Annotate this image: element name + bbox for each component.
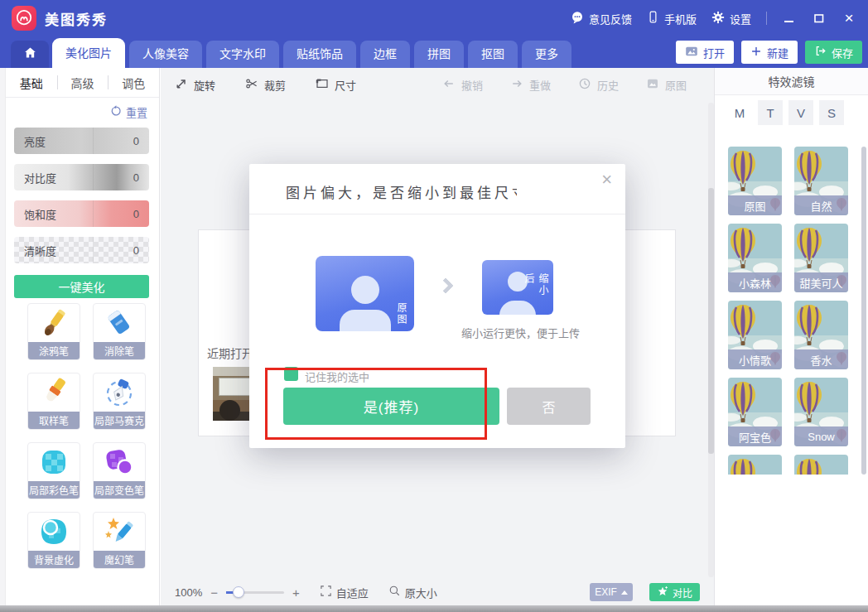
- filter-label: Snow: [794, 426, 848, 446]
- home-tab[interactable]: [11, 41, 49, 68]
- actual-size-button[interactable]: 原大小: [388, 585, 437, 600]
- titlebar-divider: [766, 12, 767, 25]
- maximize-button[interactable]: [812, 11, 827, 26]
- tool-局部马赛克[interactable]: 局部马赛克: [93, 373, 146, 430]
- app-title: 美图秀秀: [45, 8, 108, 29]
- filter-partial[interactable]: [728, 455, 782, 475]
- zoom-out-button[interactable]: −: [210, 585, 218, 600]
- slider-label: 饱和度: [24, 206, 56, 222]
- slider-value: 0: [133, 171, 139, 184]
- filter-阿宝色[interactable]: 阿宝色: [728, 378, 782, 446]
- filter-tab-M[interactable]: M: [727, 100, 752, 125]
- canvas-scrollbar[interactable]: [708, 103, 714, 577]
- save-button[interactable]: 保存: [805, 41, 862, 64]
- no-button[interactable]: 否: [507, 388, 591, 425]
- size-button[interactable]: 尺寸: [316, 77, 356, 93]
- tool-涂鸦笔[interactable]: 涂鸦笔: [27, 303, 80, 360]
- mobile-version-button[interactable]: 手机版: [647, 11, 697, 27]
- nav-tab-美化图片[interactable]: 美化图片: [52, 38, 125, 68]
- nav-tab-文字水印[interactable]: 文字水印: [206, 41, 279, 68]
- zoom-level: 100%: [175, 586, 202, 599]
- zoom-slider[interactable]: [226, 591, 284, 594]
- slider-brightness[interactable]: 亮度0: [14, 128, 149, 154]
- reset-button[interactable]: 重置: [110, 104, 147, 120]
- filter-panel: 特效滤镜 MTVS 原图自然小森林甜美可人小情歌香水阿宝色Snow: [714, 68, 868, 605]
- settings-button[interactable]: 设置: [711, 11, 751, 27]
- sidebar-tab-高级[interactable]: 高级: [57, 75, 108, 91]
- remember-choice-checkbox[interactable]: [284, 367, 298, 381]
- shrunk-image-tag: 缩小后: [522, 274, 550, 301]
- dialog-close-icon[interactable]: ×: [601, 169, 612, 190]
- shrunk-image-preview: 缩小后: [482, 260, 553, 315]
- filter-tab-T[interactable]: T: [758, 100, 783, 125]
- compare-button[interactable]: 对比: [649, 583, 700, 601]
- crop-button[interactable]: 裁剪: [245, 77, 286, 93]
- filter-小情歌[interactable]: 小情歌: [728, 301, 782, 369]
- export-icon: [814, 45, 827, 60]
- tool-取样笔[interactable]: 取样笔: [27, 373, 80, 430]
- slider-saturation[interactable]: 饱和度0: [14, 200, 149, 227]
- feedback-bubble-icon: [571, 11, 584, 27]
- yes-recommended-button[interactable]: 是(推荐): [283, 388, 499, 425]
- filter-自然[interactable]: 自然: [794, 147, 848, 215]
- original-image-button[interactable]: 原图: [646, 77, 687, 93]
- history-label: 历史: [597, 77, 619, 93]
- filter-grid: 原图自然小森林甜美可人小情歌香水阿宝色Snow: [728, 147, 848, 475]
- filter-partial[interactable]: [794, 455, 848, 475]
- tool-label: 局部马赛克: [94, 412, 145, 429]
- filter-label: 阿宝色: [728, 426, 782, 446]
- tool-背景虚化[interactable]: 背景虚化: [27, 512, 80, 569]
- tool-grid: 涂鸦笔消除笔取样笔局部马赛克局部彩色笔局部变色笔背景虚化魔幻笔: [27, 303, 159, 569]
- tool-消除笔[interactable]: 消除笔: [93, 303, 146, 360]
- filter-小森林[interactable]: 小森林: [728, 224, 782, 292]
- phone-icon: [647, 11, 659, 26]
- reset-label: 重置: [126, 104, 147, 120]
- filter-tab-V[interactable]: V: [788, 100, 813, 125]
- nav-tab-抠图[interactable]: 抠图: [468, 41, 518, 68]
- filter-甜美可人[interactable]: 甜美可人: [794, 224, 848, 292]
- filter-香水[interactable]: 香水: [794, 301, 848, 369]
- picture-icon: [685, 45, 698, 60]
- titlebar: 美图秀秀 意见反馈 手机版 设置 ×: [0, 0, 868, 36]
- history-button[interactable]: 历史: [578, 77, 619, 93]
- redo-button[interactable]: 重做: [510, 77, 551, 93]
- slider-value: 0: [133, 135, 139, 147]
- tool-label: 背景虚化: [28, 551, 80, 568]
- feedback-button[interactable]: 意见反馈: [571, 11, 632, 27]
- filter-label: 香水: [794, 349, 848, 369]
- nav-tab-边框[interactable]: 边框: [360, 41, 410, 68]
- local-color-pen-icon: [37, 446, 70, 479]
- minimize-button[interactable]: [782, 11, 797, 26]
- sidebar-scrollbar[interactable]: [0, 68, 6, 605]
- dialog-divider: [249, 214, 625, 214]
- filter-panel-scrollbar[interactable]: [861, 147, 866, 475]
- tool-局部彩色笔[interactable]: 局部彩色笔: [27, 442, 80, 499]
- rotate-button[interactable]: 旋转: [175, 77, 215, 93]
- tool-魔幻笔[interactable]: 魔幻笔: [93, 512, 146, 569]
- slider-clarity[interactable]: 清晰度0: [14, 237, 149, 263]
- sidebar-tab-基础[interactable]: 基础: [6, 75, 57, 91]
- filter-Snow[interactable]: Snow: [794, 378, 848, 446]
- open-button[interactable]: 打开: [676, 41, 734, 64]
- meitu-logo-icon: [12, 6, 36, 31]
- filter-tab-S[interactable]: S: [819, 100, 844, 125]
- nav-tab-贴纸饰品[interactable]: 贴纸饰品: [283, 41, 356, 68]
- undo-button[interactable]: 撤销: [442, 77, 483, 93]
- new-button[interactable]: 新建: [741, 41, 798, 64]
- sidebar-tab-调色[interactable]: 调色: [108, 75, 159, 91]
- close-button[interactable]: ×: [841, 11, 856, 26]
- exif-button[interactable]: EXIF: [590, 583, 633, 601]
- nav-tab-人像美容[interactable]: 人像美容: [129, 41, 202, 68]
- zoom-in-button[interactable]: +: [292, 585, 300, 600]
- filter-label: 自然: [794, 195, 848, 215]
- adjustment-sliders: 亮度0对比度0饱和度0清晰度0: [6, 123, 159, 263]
- fit-screen-button[interactable]: 自适应: [320, 585, 369, 600]
- tool-局部变色笔[interactable]: 局部变色笔: [93, 442, 146, 499]
- remember-choice-label: 记住我的选中: [305, 369, 369, 384]
- nav-tab-拼图[interactable]: 拼图: [414, 41, 464, 68]
- zoom-slider-thumb[interactable]: [233, 586, 244, 598]
- one-key-beautify-button[interactable]: 一键美化: [14, 275, 149, 298]
- filter-原图[interactable]: 原图: [728, 147, 782, 215]
- slider-contrast[interactable]: 对比度0: [14, 164, 149, 190]
- nav-tab-更多[interactable]: 更多: [522, 41, 571, 68]
